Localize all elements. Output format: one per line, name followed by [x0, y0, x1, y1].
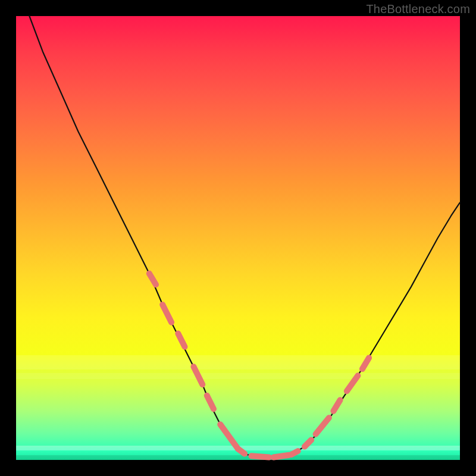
curve-group	[29, 16, 460, 458]
dash-segment	[333, 400, 340, 411]
dash-segment	[193, 367, 202, 384]
dash-segment	[207, 396, 214, 409]
dash-group	[149, 274, 369, 458]
dash-segment	[347, 375, 358, 391]
bottleneck-curve	[29, 16, 460, 458]
dash-segment	[362, 358, 369, 369]
dash-segment	[162, 305, 171, 322]
dash-segment	[274, 455, 289, 458]
dash-segment	[149, 274, 156, 285]
chart-svg	[16, 16, 460, 460]
chart-frame	[16, 16, 460, 460]
dash-segment	[292, 451, 298, 455]
dash-segment	[238, 449, 245, 453]
dash-segment	[305, 440, 311, 446]
watermark-text: TheBottleneck.com	[366, 2, 470, 16]
dash-segment	[316, 418, 329, 434]
dash-segment	[220, 424, 238, 449]
dash-segment	[178, 333, 184, 346]
dash-segment	[251, 456, 269, 457]
